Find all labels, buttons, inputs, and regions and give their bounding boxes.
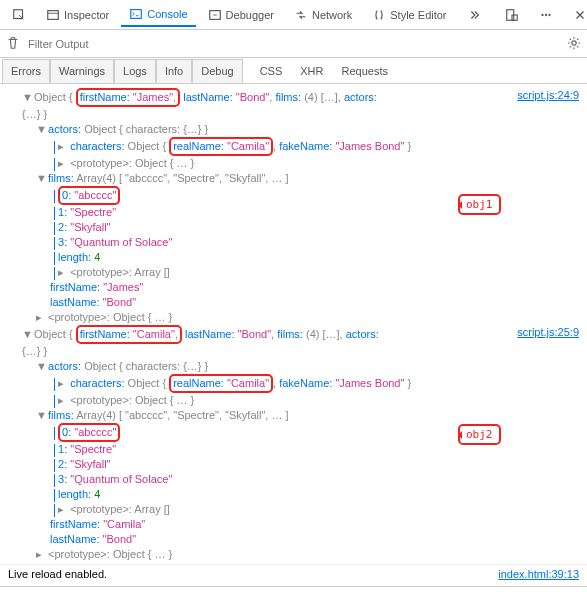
tab-network[interactable]: Network [286,4,360,26]
console-output: ▼ Object { firstName: "James", lastName:… [0,84,587,586]
expand-icon[interactable]: ▸ [58,502,67,517]
tab-console[interactable]: Console [121,3,195,27]
tab-css[interactable]: CSS [251,59,292,83]
expand-icon[interactable]: ▼ [36,122,45,137]
expand-icon[interactable]: ▸ [58,139,67,154]
tab-debugger-label: Debugger [226,9,274,21]
annotation-callout: obj2 [458,424,501,445]
expand-icon[interactable]: ▸ [36,310,45,325]
expand-icon[interactable]: ▼ [22,327,31,342]
tab-styleeditor-label: Style Editor [390,9,446,21]
log-entry[interactable]: ▼ Object { firstName: "James", lastName:… [0,88,587,107]
svg-point-9 [548,13,550,15]
tab-debug[interactable]: Debug [192,59,242,83]
console-input-bar: ≫ [0,586,587,592]
more-tabs-button[interactable] [459,4,489,26]
close-button[interactable] [565,4,587,26]
expand-icon[interactable]: ▼ [36,408,45,423]
svg-rect-1 [48,10,59,19]
console-settings-button[interactable] [567,36,581,52]
expand-icon[interactable]: ▼ [36,171,45,186]
object-label: Object [34,328,66,340]
expand-icon[interactable]: ▼ [22,90,31,105]
element-picker-button[interactable] [4,4,34,26]
highlight-box: 0: "abcccc" [58,423,120,442]
tab-styleeditor[interactable]: Style Editor [364,4,454,26]
log-entry[interactable]: ▼ Object { firstName: "Camila", lastName… [0,325,587,344]
log-level-tabs: Errors Warnings Logs Info Debug CSS XHR … [0,58,587,84]
svg-rect-6 [512,15,517,20]
highlight-box: 0: "abcccc" [58,186,120,205]
tab-info[interactable]: Info [156,59,192,83]
clear-console-button[interactable] [6,36,20,52]
expand-icon[interactable]: ▸ [58,265,67,280]
highlight-box: realName: "Camila" [169,137,273,156]
devtools-toolbar: Inspector Console Debugger Network Style… [0,0,587,30]
expand-icon[interactable]: ▸ [58,376,67,391]
svg-point-7 [541,13,543,15]
highlight-box: realName: "Camila" [169,374,273,393]
highlight-box: firstName: "Camila", [76,325,182,344]
tab-requests[interactable]: Requests [333,59,397,83]
tab-debugger[interactable]: Debugger [200,4,282,26]
source-link[interactable]: index.html:39:13 [498,568,579,580]
expand-icon[interactable]: ▼ [36,359,45,374]
filter-input[interactable] [28,38,559,50]
svg-point-8 [544,13,546,15]
tab-inspector-label: Inspector [64,9,109,21]
responsive-mode-button[interactable] [497,4,527,26]
tab-network-label: Network [312,9,352,21]
object-label: Object [34,91,66,103]
svg-point-10 [572,40,576,44]
source-link[interactable]: script.js:24:9 [517,89,579,101]
filter-bar [0,30,587,58]
tab-logs[interactable]: Logs [114,59,156,83]
source-link[interactable]: script.js:25:9 [517,326,579,338]
expand-icon[interactable]: ▸ [58,156,67,171]
tab-console-label: Console [147,8,187,20]
expand-icon[interactable]: ▸ [36,547,45,562]
log-entry: Live reload enabled. index.html:39:13 [0,564,587,582]
more-menu-button[interactable] [531,4,561,26]
svg-rect-3 [131,9,142,18]
annotation-callout: obj1 [458,194,501,215]
highlight-box: firstName: "James", [76,88,180,107]
tab-xhr[interactable]: XHR [291,59,332,83]
live-reload-msg: Live reload enabled. [8,567,490,582]
tab-errors[interactable]: Errors [2,59,50,83]
tab-inspector[interactable]: Inspector [38,4,117,26]
tab-warnings[interactable]: Warnings [50,59,114,83]
expand-icon[interactable]: ▸ [58,393,67,408]
